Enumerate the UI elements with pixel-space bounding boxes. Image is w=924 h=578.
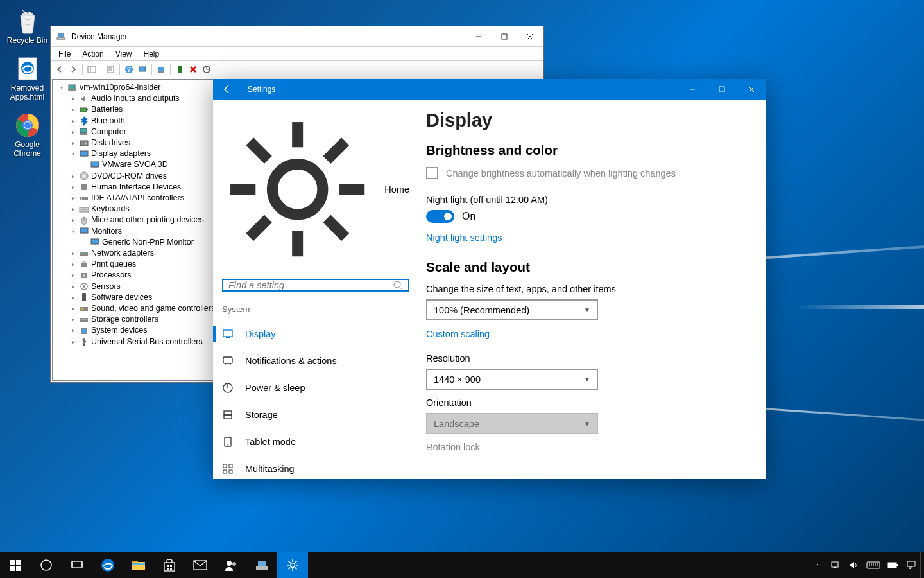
taskbar-app-settings[interactable] <box>277 552 308 578</box>
resolution-label: Resolution <box>426 353 748 363</box>
desktop-icon-edge-file[interactable]: Removed Apps.html <box>0 51 55 108</box>
tray-keyboard-icon[interactable] <box>862 552 884 578</box>
settings-sidebar: Home System DisplayNotifications & actio… <box>213 100 418 479</box>
svg-rect-137 <box>867 562 880 568</box>
sidebar-item-display[interactable]: Display <box>213 320 418 347</box>
svg-rect-111 <box>82 563 83 566</box>
back-button[interactable] <box>53 62 66 76</box>
sidebar-item-icon <box>222 463 234 475</box>
chevron-down-icon: ▼ <box>584 306 590 313</box>
device-manager-titlebar[interactable]: Device Manager <box>51 26 543 46</box>
enable-device-button[interactable] <box>173 62 186 76</box>
svg-rect-21 <box>139 67 146 71</box>
svg-rect-16 <box>107 66 114 73</box>
taskbar-app-mail[interactable] <box>185 552 216 578</box>
svg-rect-70 <box>719 87 724 92</box>
minimize-button[interactable] <box>466 30 491 44</box>
disk-icon <box>79 138 89 148</box>
keyboard-icon <box>79 204 89 215</box>
rotation-lock-label: Rotation lock <box>426 442 748 452</box>
update-driver-button[interactable] <box>155 62 167 76</box>
scale-dropdown[interactable]: 100% (Recommended) ▼ <box>426 299 598 320</box>
svg-point-82 <box>394 281 400 288</box>
taskbar-app-people[interactable] <box>216 552 246 578</box>
custom-scaling-link[interactable]: Custom scaling <box>426 329 490 339</box>
close-button[interactable] <box>737 79 766 100</box>
svg-line-131 <box>289 561 291 563</box>
close-button[interactable] <box>517 30 542 44</box>
minimize-button[interactable] <box>678 79 707 100</box>
page-title: Display <box>426 110 748 131</box>
desktop-icon-chrome[interactable]: Google Chrome <box>0 108 55 164</box>
menu-help[interactable]: Help <box>139 48 165 60</box>
help-button[interactable]: ? <box>123 62 135 76</box>
sidebar-item-notifications-actions[interactable]: Notifications & actions <box>213 347 418 374</box>
menu-action[interactable]: Action <box>77 48 108 60</box>
svg-rect-42 <box>81 184 87 190</box>
svg-rect-86 <box>223 357 232 363</box>
usb-icon <box>79 337 89 347</box>
svg-line-134 <box>289 568 291 570</box>
scale-label: Change the size of text, apps, and other… <box>426 284 748 294</box>
desktop-icon-recycle-bin[interactable]: Recycle Bin <box>0 4 55 51</box>
taskbar-app-device-manager[interactable] <box>246 552 277 578</box>
monitor-icon <box>79 226 89 236</box>
settings-titlebar[interactable]: Settings <box>213 79 766 100</box>
maximize-button[interactable] <box>492 30 517 44</box>
taskbar <box>0 552 924 578</box>
forward-button[interactable] <box>67 62 80 76</box>
taskbar-app-edge[interactable] <box>92 552 123 578</box>
sidebar-item-tablet-mode[interactable]: Tablet mode <box>213 428 418 455</box>
taskbar-app-store[interactable] <box>154 552 185 578</box>
uninstall-device-button[interactable] <box>187 62 200 76</box>
tray-network-icon[interactable] <box>826 552 844 578</box>
brightness-auto-checkbox[interactable] <box>426 167 438 179</box>
sidebar-item-label: Display <box>245 329 276 339</box>
taskbar-app-explorer[interactable] <box>123 552 154 578</box>
svg-rect-38 <box>91 162 99 167</box>
svg-line-81 <box>250 218 268 237</box>
display-icon <box>79 149 89 159</box>
svg-rect-66 <box>82 329 86 333</box>
back-button[interactable] <box>218 79 236 100</box>
svg-rect-39 <box>93 167 97 168</box>
svg-rect-50 <box>83 233 85 234</box>
show-hide-tree-button[interactable] <box>85 62 98 76</box>
svg-rect-9 <box>58 33 64 37</box>
menu-file[interactable]: File <box>53 48 76 60</box>
bluetooth-icon <box>79 116 89 126</box>
start-button[interactable] <box>0 552 31 578</box>
orientation-dropdown[interactable]: Landscape ▼ <box>426 413 598 434</box>
tray-action-center-icon[interactable] <box>902 552 920 578</box>
sidebar-item-label: Multitasking <box>245 464 295 474</box>
show-desktop-button[interactable] <box>920 552 924 578</box>
task-view-button[interactable] <box>62 552 92 578</box>
sidebar-item-multitasking[interactable]: Multitasking <box>213 455 418 479</box>
svg-rect-124 <box>256 566 268 570</box>
sidebar-item-power-sleep[interactable]: Power & sleep <box>213 374 418 401</box>
tray-power-icon[interactable] <box>884 552 902 578</box>
sidebar-item-storage[interactable]: Storage <box>213 401 418 428</box>
scan-hardware-button[interactable] <box>136 62 149 76</box>
tray-expand-button[interactable] <box>809 552 826 578</box>
maximize-button[interactable] <box>707 79 737 100</box>
svg-line-83 <box>400 287 402 290</box>
menu-view[interactable]: View <box>110 48 137 60</box>
cpu-icon <box>79 270 89 281</box>
audio-icon <box>79 94 89 104</box>
resolution-dropdown[interactable]: 924 × 578 ▼ <box>426 369 598 390</box>
cortana-button[interactable] <box>31 552 62 578</box>
search-input[interactable] <box>228 280 393 290</box>
scan-changes-button[interactable] <box>200 62 213 76</box>
svg-rect-135 <box>832 562 838 567</box>
night-light-toggle[interactable] <box>426 210 454 223</box>
sidebar-item-icon <box>222 409 234 421</box>
tray-volume-icon[interactable] <box>844 552 862 578</box>
settings-search[interactable] <box>222 279 409 292</box>
night-light-settings-link[interactable]: Night light settings <box>426 232 502 243</box>
svg-line-132 <box>295 568 297 570</box>
properties-button[interactable] <box>104 62 117 76</box>
chevron-down-icon: ▼ <box>584 376 590 383</box>
home-button[interactable]: Home <box>213 110 418 268</box>
hid-icon <box>79 182 89 192</box>
